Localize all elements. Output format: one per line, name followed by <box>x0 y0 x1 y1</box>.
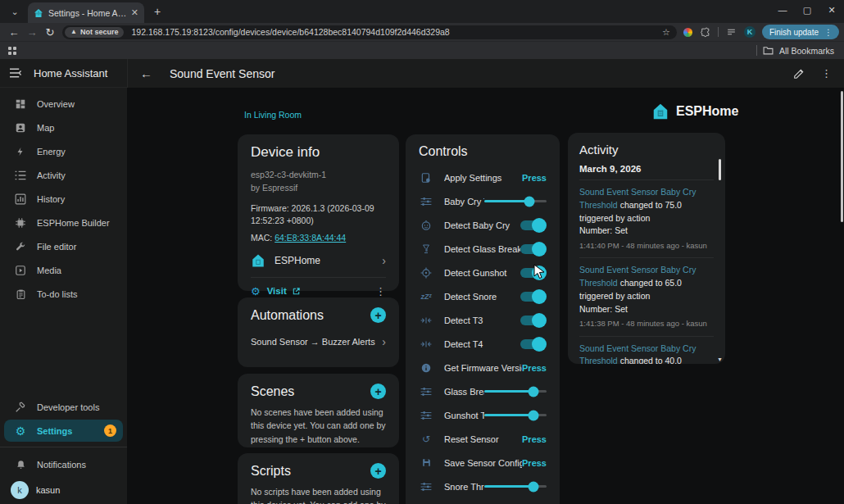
finish-update-button[interactable]: Finish update ⋮ <box>762 25 839 39</box>
not-secure-badge[interactable]: ▲ Not secure <box>65 27 124 38</box>
sidebar-item-esphome-builder[interactable]: ESPHome Builder <box>0 211 127 234</box>
browser-menu-icon[interactable]: ⋮ <box>821 28 836 37</box>
tune-icon <box>419 387 433 397</box>
page-scrollbar-thumb[interactable] <box>841 91 843 222</box>
all-bookmarks-button[interactable]: All Bookmarks <box>779 46 834 56</box>
control-row-snore-threshold: Snore Thresh… <box>419 474 547 498</box>
activity-scrollbar-thumb[interactable] <box>719 159 721 180</box>
extensions-puzzle-icon[interactable] <box>700 27 710 38</box>
sidebar-item-file-editor[interactable]: File editor <box>0 234 127 258</box>
app-title: Home Assistant <box>34 67 107 79</box>
automation-item[interactable]: Sound Sensor → Buzzer Alerts › <box>251 335 386 348</box>
new-tab-button[interactable]: + <box>154 5 161 18</box>
reading-list-icon[interactable] <box>726 27 737 38</box>
device-page-content: In Living Room ESPHome Device info esp32… <box>127 88 844 504</box>
toolbar-separator <box>718 27 719 37</box>
device-manufacturer: by Espressif <box>251 182 386 195</box>
press-button[interactable]: Press <box>522 363 547 373</box>
activity-entry[interactable]: Sound Event Sensor Baby Cry Threshold ch… <box>579 179 714 257</box>
esphome-brand: ESPHome <box>651 102 738 120</box>
page-back-icon[interactable]: ← <box>140 66 152 80</box>
sidebar-user[interactable]: k kasun <box>0 476 127 504</box>
scroll-down-arrow-icon[interactable]: ▼ <box>717 356 723 362</box>
mac-address-link[interactable]: 64:E8:33:8A:44:44 <box>275 233 346 243</box>
activity-timestamp: 1:41:38 PM - 48 minutes ago - kasun <box>579 318 714 329</box>
window-close-button[interactable]: ✕ <box>819 0 844 20</box>
reload-button[interactable]: ↻ <box>41 26 59 39</box>
sidebar-item-map[interactable]: Map <box>0 116 127 139</box>
user-avatar: k <box>11 481 29 499</box>
sidebar-item-settings[interactable]: ⚙ Settings 1 <box>4 420 123 442</box>
back-button[interactable]: ← <box>5 26 23 39</box>
device-menu-icon[interactable]: ⋮ <box>375 285 386 297</box>
press-button[interactable]: Press <box>522 458 547 468</box>
hammer-icon <box>13 402 28 413</box>
forward-button[interactable]: → <box>23 26 41 39</box>
control-row-gunshot-threshold: Gunshot Thre… <box>419 403 547 427</box>
add-script-button[interactable]: + <box>370 463 386 479</box>
threshold-slider[interactable] <box>484 390 547 393</box>
sidebar-toggle-icon[interactable] <box>10 68 23 78</box>
arrow-collapse-icon <box>419 316 433 325</box>
add-automation-button[interactable]: + <box>370 307 386 323</box>
browser-profile-avatar[interactable]: K <box>744 26 756 38</box>
url-bar[interactable]: ▲ Not secure 192.168.175.19:8123/config/… <box>62 25 677 39</box>
toggle-switch[interactable] <box>520 220 545 230</box>
arrow-collapse-icon <box>419 340 433 348</box>
activity-entry[interactable]: Sound Event Sensor Baby Cry Threshold ch… <box>579 257 714 335</box>
control-row-get-firmware-version: Get Firmware Version Press <box>419 356 547 379</box>
sidebar-item-todo-lists[interactable]: To-do lists <box>0 282 127 306</box>
control-row-detect-snore: zZᶻ Detect Snore <box>419 284 547 308</box>
browser-toolbar: ← → ↻ ▲ Not secure 192.168.175.19:8123/c… <box>0 23 844 41</box>
bookmark-star-icon[interactable]: ☆ <box>662 27 670 38</box>
toggle-switch[interactable] <box>520 292 545 302</box>
tab-close-icon[interactable]: ✕ <box>131 7 138 18</box>
sidebar-item-energy[interactable]: Energy <box>0 139 127 163</box>
device-info-title: Device info <box>251 144 386 161</box>
browser-tab-strip: ⌄ Settings - Home Assistant ✕ + — ▢ ✕ <box>0 0 844 23</box>
tab-search-button[interactable]: ⌄ <box>7 3 23 20</box>
sidebar-item-media[interactable]: Media <box>0 258 127 282</box>
external-link-icon <box>292 287 301 296</box>
control-row-detect-baby-cry: Detect Baby Cry <box>419 213 547 237</box>
chevron-right-icon: › <box>382 335 386 348</box>
visit-link[interactable]: Visit <box>267 286 287 296</box>
control-row-detect-gunshot: Detect Gunshot <box>419 261 547 284</box>
device-info-card: Device info esp32-c3-devkitm-1 by Espres… <box>238 134 399 291</box>
toggle-switch[interactable] <box>520 339 545 349</box>
threshold-slider[interactable] <box>484 200 547 202</box>
edit-pencil-icon[interactable] <box>793 68 805 79</box>
sidebar-divider <box>0 447 127 447</box>
chip-icon <box>13 217 28 229</box>
window-minimize-button[interactable]: — <box>770 0 795 20</box>
sidebar-item-notifications[interactable]: Notifications <box>0 452 127 476</box>
threshold-slider[interactable] <box>484 485 547 488</box>
tune-icon <box>419 197 433 207</box>
window-maximize-button[interactable]: ▢ <box>795 0 819 20</box>
extension-icon[interactable] <box>683 28 692 37</box>
integration-row[interactable]: ESPHome › <box>251 253 386 268</box>
threshold-slider[interactable] <box>484 414 547 416</box>
toggle-switch[interactable] <box>520 244 545 254</box>
add-scene-button[interactable]: + <box>370 384 386 399</box>
wrench-icon <box>13 241 28 252</box>
sidebar-item-history[interactable]: History <box>0 187 127 211</box>
toggle-switch[interactable] <box>520 316 545 325</box>
browser-tab[interactable]: Settings - Home Assistant ✕ <box>28 2 144 23</box>
media-play-icon <box>13 265 28 276</box>
apps-grid-icon[interactable] <box>8 47 16 55</box>
overflow-menu-icon[interactable]: ⋮ <box>821 67 832 79</box>
sidebar-item-activity[interactable]: Activity <box>0 163 127 187</box>
sidebar-item-overview[interactable]: Overview <box>0 92 127 116</box>
bell-icon <box>13 459 28 470</box>
esphome-integration-icon <box>251 253 265 268</box>
sidebar-item-developer-tools[interactable]: Developer tools <box>0 395 127 419</box>
url-text[interactable]: 192.168.175.19:8123/config/devices/devic… <box>131 27 662 37</box>
tune-icon <box>419 482 433 492</box>
press-button[interactable]: Press <box>522 434 547 444</box>
area-link[interactable]: In Living Room <box>244 110 302 120</box>
press-button[interactable]: Press <box>522 173 547 183</box>
activity-entry[interactable]: Sound Event Sensor Baby Cry Threshold ch… <box>579 336 714 365</box>
scenes-title: Scenes <box>251 384 294 399</box>
control-row-detect-glass-break: Detect Glass Break <box>419 237 547 261</box>
